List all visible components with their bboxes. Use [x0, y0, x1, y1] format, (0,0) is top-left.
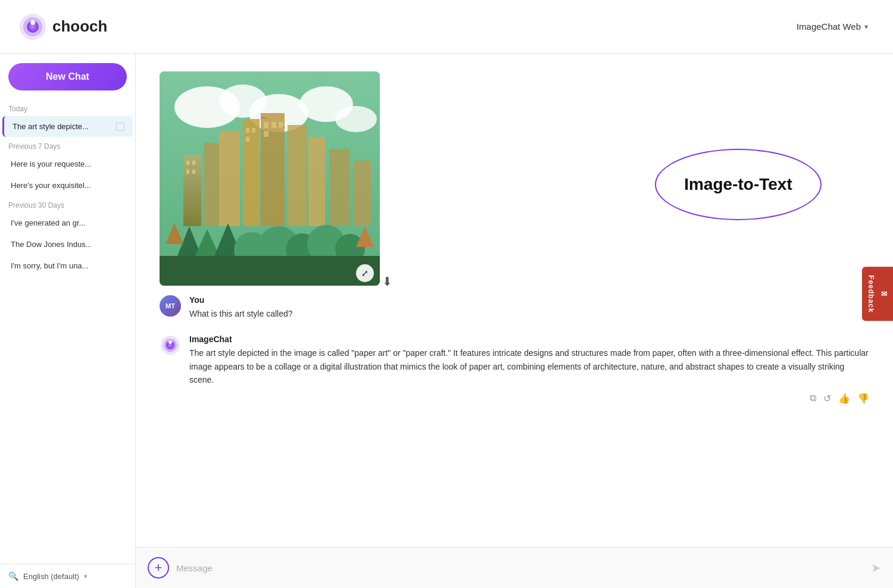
svg-rect-13 [243, 119, 260, 226]
sidebar-item-text: I've generated an gr... [11, 218, 85, 227]
svg-rect-26 [264, 122, 268, 128]
image-to-text-oval: Image-to-Text [655, 149, 822, 220]
svg-rect-14 [261, 113, 285, 226]
feedback-icon: ✉ [880, 290, 888, 298]
feedback-tab[interactable]: ✉ Feedback [862, 267, 893, 321]
user-avatar-initials: MT [166, 302, 175, 309]
message-input[interactable] [176, 559, 864, 577]
new-chat-button[interactable]: New Chat [8, 63, 127, 90]
download-icon: ⬇ [382, 275, 392, 288]
sidebar-item-text: Here's your exquisitel... [11, 181, 91, 190]
svg-rect-24 [252, 128, 255, 133]
language-chevron-icon: ▾ [84, 573, 88, 580]
expand-icon: ⤢ [361, 268, 369, 278]
copy-icon[interactable]: ⧉ [810, 393, 816, 404]
send-button[interactable]: ➤ [871, 561, 881, 575]
section-label-today: Today [0, 100, 135, 115]
user-message-text: What is this art style called? [189, 307, 869, 320]
sidebar-section-30days: Previous 30 Days I've generated an gr...… [0, 196, 135, 277]
main-layout: New Chat Today The art style depicte... … [0, 54, 893, 588]
bot-message-text: The art style depicted in the image is c… [189, 346, 869, 386]
sidebar-item-7days-1[interactable]: Here is your requeste... [2, 154, 133, 174]
svg-rect-12 [219, 131, 240, 226]
svg-point-9 [335, 106, 377, 132]
sidebar-item-text: Here is your requeste... [11, 159, 91, 168]
chat-image [160, 71, 380, 286]
language-label: English (default) [23, 572, 79, 581]
sidebar-item-30days-1[interactable]: I've generated an gr... [2, 212, 133, 233]
sidebar-item-30days-3[interactable]: I'm sorry, but I'm una... [2, 255, 133, 276]
chat-image-block: ⤢ [160, 71, 380, 288]
chooch-logo-icon [18, 12, 48, 42]
sidebar-footer[interactable]: 🔍 English (default) ▾ [0, 564, 135, 588]
add-icon: + [155, 561, 163, 574]
sidebar-checkbox[interactable] [116, 123, 124, 131]
svg-rect-11 [204, 143, 219, 226]
bot-sender-name: ImageChat [189, 334, 869, 344]
svg-rect-17 [329, 149, 350, 226]
user-sender-name: You [189, 295, 869, 305]
image-to-text-label: Image-to-Text [684, 175, 792, 194]
svg-rect-29 [264, 131, 268, 137]
sidebar-item-text: The art style depicte... [13, 122, 89, 131]
chevron-down-icon: ▾ [864, 23, 868, 31]
add-attachment-button[interactable]: + [148, 557, 169, 578]
send-icon: ➤ [871, 561, 881, 575]
model-dropdown-label: ImageChat Web [797, 21, 861, 32]
svg-rect-16 [308, 137, 325, 226]
bot-avatar [160, 334, 181, 356]
feedback-label: Feedback [867, 275, 875, 312]
svg-point-3 [30, 20, 35, 25]
sidebar-section-7days: Previous 7 Days Here is your requeste...… [0, 137, 135, 196]
sidebar-item-text: The Dow Jones Indus... [11, 240, 92, 249]
sidebar-item-7days-2[interactable]: Here's your exquisitel... [2, 175, 133, 196]
chat-input-area: + ➤ [136, 547, 893, 588]
bot-message-row: ImageChat The art style depicted in the … [160, 334, 869, 404]
message-actions: ⧉ ↺ 👍 👎 [189, 393, 869, 404]
thumbs-down-icon[interactable]: 👎 [857, 393, 869, 404]
model-dropdown[interactable]: ImageChat Web ▾ [789, 18, 875, 35]
svg-rect-25 [246, 137, 249, 142]
thumbs-up-icon[interactable]: 👍 [838, 393, 850, 404]
sidebar-item-30days-2[interactable]: The Dow Jones Indus... [2, 234, 133, 255]
expand-button[interactable]: ⤢ [356, 264, 374, 282]
regenerate-icon[interactable]: ↺ [823, 393, 831, 404]
section-label-7days: Previous 7 Days [0, 137, 135, 153]
svg-rect-22 [192, 170, 195, 174]
svg-rect-38 [160, 256, 380, 286]
chat-messages: ⤢ ⬇ Image-to-Text MT You What is this ar… [136, 54, 893, 547]
user-avatar: MT [160, 295, 181, 317]
svg-rect-28 [279, 122, 283, 128]
svg-rect-15 [288, 125, 307, 226]
svg-point-44 [168, 340, 172, 344]
logo-area: chooch [18, 12, 107, 42]
svg-rect-27 [271, 122, 276, 128]
user-message-row: MT You What is this art style called? [160, 295, 869, 320]
sidebar-item-text: I'm sorry, but I'm una... [11, 261, 88, 270]
svg-rect-20 [192, 161, 195, 165]
bot-message-content: ImageChat The art style depicted in the … [189, 334, 869, 404]
chat-area: ⤢ ⬇ Image-to-Text MT You What is this ar… [136, 54, 893, 588]
sidebar-section-today: Today The art style depicte... [0, 100, 135, 137]
svg-rect-21 [186, 170, 189, 174]
sidebar-item-today-1[interactable]: The art style depicte... [2, 116, 133, 137]
logo-text: chooch [52, 17, 107, 36]
svg-rect-23 [246, 128, 249, 133]
svg-rect-19 [186, 161, 189, 165]
svg-rect-18 [353, 161, 371, 226]
search-icon: 🔍 [8, 571, 18, 581]
svg-rect-10 [183, 155, 201, 226]
user-message-content: You What is this art style called? [189, 295, 869, 320]
app-header: chooch ImageChat Web ▾ [0, 0, 893, 54]
header-right: ImageChat Web ▾ [789, 18, 875, 35]
section-label-30days: Previous 30 Days [0, 196, 135, 212]
download-button[interactable]: ⬇ [382, 274, 392, 289]
sidebar: New Chat Today The art style depicte... … [0, 54, 136, 588]
